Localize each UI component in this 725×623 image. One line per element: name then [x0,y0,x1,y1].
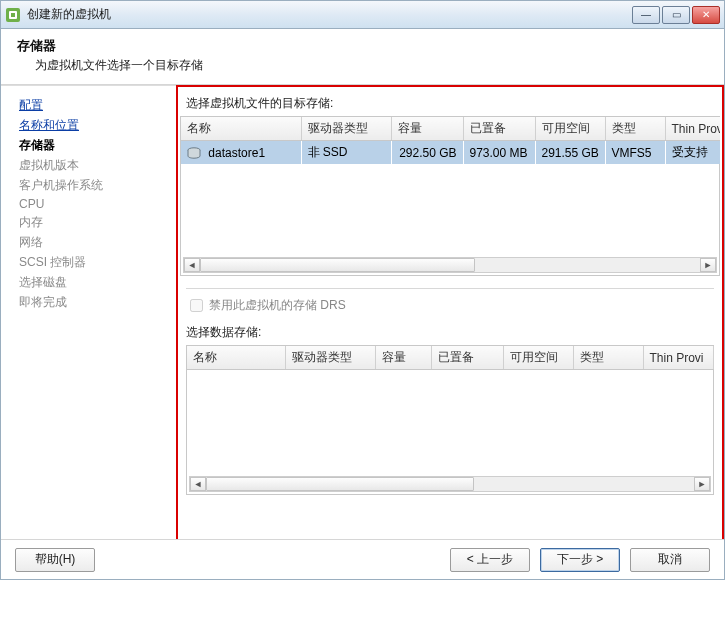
scroll-track[interactable] [206,477,694,491]
disable-drs-label: 禁用此虚拟机的存储 DRS [209,297,346,314]
col-name[interactable]: 名称 [181,117,301,141]
cell-provisioned: 973.00 MB [463,141,535,165]
col-capacity[interactable]: 容量 [391,117,463,141]
main-panel: 选择虚拟机文件的目标存储: 名称 驱动器类型 容量 已置备 可用空间 类型 [180,89,720,543]
cancel-button[interactable]: 取消 [630,548,710,572]
close-button[interactable]: ✕ [692,6,720,24]
step-memory: 内存 [19,213,168,233]
step-guest-os: 客户机操作系统 [19,176,168,196]
minimize-button[interactable]: — [632,6,660,24]
scroll-right-icon[interactable]: ► [700,258,716,272]
col2-free: 可用空间 [503,346,573,370]
dialog-window: 创建新的虚拟机 — ▭ ✕ 存储器 为虚拟机文件选择一个目标存储 配置 名称和位… [0,0,725,580]
step-scsi: SCSI 控制器 [19,253,168,273]
table-header-row: 名称 驱动器类型 容量 已置备 可用空间 类型 Thin Prov [181,117,720,141]
window-title: 创建新的虚拟机 [27,6,111,23]
wizard-footer: 帮助(H) < 上一步 下一步 > 取消 [1,539,724,579]
top-scrollbar[interactable]: ◄ ► [183,257,717,273]
cell-name: datastore1 [181,141,301,165]
col2-provisioned: 已置备 [431,346,503,370]
maximize-button[interactable]: ▭ [662,6,690,24]
titlebar: 创建新的虚拟机 — ▭ ✕ [1,1,724,29]
scroll-right-icon[interactable]: ► [694,477,710,491]
secondary-table-container: 名称 驱动器类型 容量 已置备 可用空间 类型 Thin Provi [186,345,714,495]
secondary-table: 名称 驱动器类型 容量 已置备 可用空间 类型 Thin Provi [187,346,714,370]
step-complete: 即将完成 [19,293,168,313]
back-button[interactable]: < 上一步 [450,548,530,572]
secondary-header-row: 名称 驱动器类型 容量 已置备 可用空间 类型 Thin Provi [187,346,713,370]
cell-type: VMFS5 [605,141,665,165]
wizard-content: 配置 名称和位置 存储器 虚拟机版本 客户机操作系统 CPU 内存 网络 SCS… [1,85,724,547]
datastore-row-selected[interactable]: datastore1 非 SSD 292.50 GB 973.00 MB 291… [181,141,720,165]
app-icon [5,7,21,23]
col2-capacity: 容量 [375,346,431,370]
col2-thin: Thin Provi [643,346,713,370]
cell-driver-type: 非 SSD [301,141,391,165]
page-title: 存储器 [17,37,708,55]
disable-drs-checkbox-row: 禁用此虚拟机的存储 DRS [190,297,714,314]
scroll-track[interactable] [200,258,700,272]
col2-type: 类型 [573,346,643,370]
cell-free: 291.55 GB [535,141,605,165]
lower-block: 禁用此虚拟机的存储 DRS 选择数据存储: 名称 驱动器类型 容量 已置 [180,276,720,495]
scroll-left-icon[interactable]: ◄ [190,477,206,491]
page-subtitle: 为虚拟机文件选择一个目标存储 [35,57,708,74]
datastore-table[interactable]: 名称 驱动器类型 容量 已置备 可用空间 类型 Thin Prov [181,117,720,164]
step-cpu: CPU [19,196,168,213]
datastore-table-container: 名称 驱动器类型 容量 已置备 可用空间 类型 Thin Prov [180,116,720,276]
step-name-location[interactable]: 名称和位置 [19,116,168,136]
scroll-thumb[interactable] [206,477,474,491]
main-panel-highlighted: 选择虚拟机文件的目标存储: 名称 驱动器类型 容量 已置备 可用空间 类型 [176,85,724,547]
col2-name: 名称 [187,346,285,370]
datastore-icon [187,147,201,159]
step-storage: 存储器 [19,136,168,156]
divider [186,288,714,289]
bottom-section-label: 选择数据存储: [186,324,708,341]
footer-right: < 上一步 下一步 > 取消 [450,548,710,572]
cell-thin: 受支持 [665,141,720,165]
help-button[interactable]: 帮助(H) [15,548,95,572]
step-vm-version: 虚拟机版本 [19,156,168,176]
col-thin[interactable]: Thin Prov [665,117,720,141]
wizard-steps: 配置 名称和位置 存储器 虚拟机版本 客户机操作系统 CPU 内存 网络 SCS… [1,85,176,547]
next-button[interactable]: 下一步 > [540,548,620,572]
col-provisioned[interactable]: 已置备 [463,117,535,141]
scroll-left-icon[interactable]: ◄ [184,258,200,272]
col-type[interactable]: 类型 [605,117,665,141]
scroll-thumb[interactable] [200,258,475,272]
window-controls: — ▭ ✕ [632,6,720,24]
svg-rect-2 [11,13,15,17]
cell-capacity: 292.50 GB [391,141,463,165]
top-section-label: 选择虚拟机文件的目标存储: [186,95,714,112]
step-network: 网络 [19,233,168,253]
step-select-disk: 选择磁盘 [19,273,168,293]
bottom-scrollbar[interactable]: ◄ ► [189,476,711,492]
col-free[interactable]: 可用空间 [535,117,605,141]
col-driver-type[interactable]: 驱动器类型 [301,117,391,141]
col2-driver-type: 驱动器类型 [285,346,375,370]
wizard-header: 存储器 为虚拟机文件选择一个目标存储 [1,29,724,85]
disable-drs-checkbox [190,299,203,312]
step-configuration[interactable]: 配置 [19,96,168,116]
